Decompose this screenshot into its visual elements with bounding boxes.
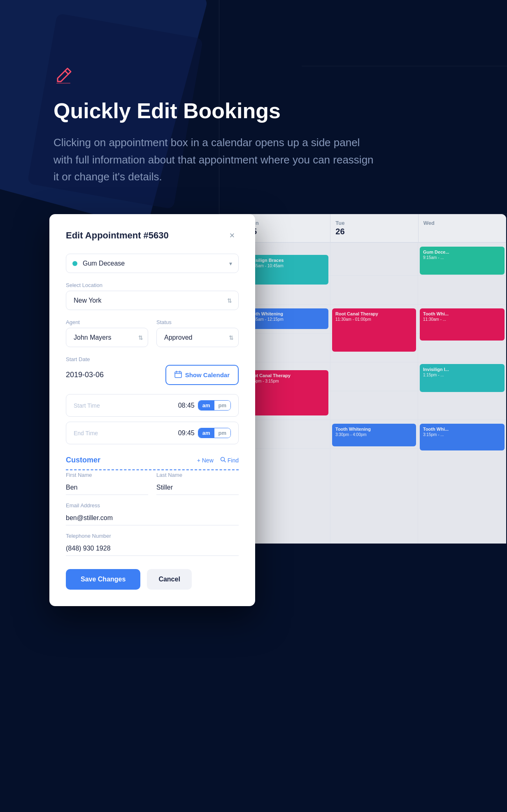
find-icon: [220, 457, 226, 464]
save-changes-button[interactable]: Save Changes: [66, 569, 140, 590]
phone-group: Telephone Number: [66, 533, 239, 556]
show-calendar-label: Show Calendar: [185, 371, 230, 378]
event-tooth-whitening-1[interactable]: Tooth Whitening 11:45am - 12:15pm: [244, 308, 328, 329]
end-pm-button[interactable]: pm: [214, 428, 231, 438]
event-invisilign-2[interactable]: Invisilign I... 1:15pm - ...: [420, 364, 505, 392]
event-tooth-whitening-4[interactable]: Tooth Whi... 3:15pm - ...: [420, 424, 505, 450]
edit-appointment-modal: Edit Appointment #5630 × Gum Decease ▾ S…: [49, 214, 255, 606]
event-tooth-whitening-3[interactable]: Tooth Whi... 11:30am - ...: [420, 308, 505, 341]
cal-header-tue: Tue 26: [330, 214, 418, 242]
close-button[interactable]: ×: [226, 229, 239, 242]
modal-title: Edit Appointment #5630: [66, 230, 169, 241]
agent-status-row: Agent John Mayers ⇅ Status Approved ⇅: [66, 319, 239, 347]
start-ampm-toggle: am pm: [198, 400, 231, 411]
start-date-value: 2019-03-06: [66, 371, 157, 379]
bottom-dark-area: [0, 647, 507, 812]
agent-select-wrap: John Mayers ⇅: [66, 328, 148, 347]
date-row: 2019-03-06 Show Calendar: [66, 365, 239, 385]
event-root-canal-1[interactable]: Root Canal Therapy 1:45pm - 3:15pm: [244, 370, 328, 415]
find-label: Find: [228, 457, 239, 464]
start-time-field: Start Time 08:45 am pm: [66, 394, 239, 417]
name-row: First Name Last Name: [66, 472, 239, 502]
hero-title: Quickly Edit Bookings: [53, 99, 454, 123]
service-select[interactable]: Gum Decease: [66, 254, 239, 273]
status-col: Status Approved ⇅: [156, 319, 239, 347]
cancel-button[interactable]: Cancel: [147, 569, 191, 590]
hero-description: Clicking on appointment box in a calenda…: [53, 134, 374, 186]
end-am-button[interactable]: am: [198, 428, 214, 438]
calendar-icon: [174, 371, 182, 379]
cal-header-wed: Wed: [419, 214, 506, 242]
event-tooth-whitening-2[interactable]: Tooth Whitening 3:30pm - 4:00pm: [332, 424, 416, 446]
phone-label: Telephone Number: [66, 533, 239, 539]
email-group: Email Address: [66, 502, 239, 525]
last-name-input[interactable]: [156, 481, 239, 495]
agent-col: Agent John Mayers ⇅: [66, 319, 148, 347]
start-time-value: 08:45: [178, 402, 195, 409]
hero-icon: [53, 66, 454, 89]
email-input[interactable]: [66, 511, 239, 525]
start-time-right: 08:45 am pm: [178, 400, 231, 411]
service-select-wrap: Gum Decease ▾: [66, 254, 239, 273]
end-time-right: 09:45 am pm: [178, 428, 231, 438]
end-time-field: End Time 09:45 am pm: [66, 422, 239, 444]
customer-section-title: Customer: [66, 456, 100, 464]
show-calendar-button[interactable]: Show Calendar: [165, 365, 239, 385]
new-customer-button[interactable]: + New: [197, 457, 214, 464]
start-date-group: Start Date 2019-03-06 Show Calendar: [66, 356, 239, 385]
customer-actions: + New Find: [197, 457, 239, 464]
start-pm-button[interactable]: pm: [214, 401, 231, 410]
find-customer-button[interactable]: Find: [220, 457, 239, 464]
hero-section: Quickly Edit Bookings Clicking on appoin…: [0, 0, 507, 210]
first-name-input[interactable]: [66, 481, 148, 495]
svg-rect-0: [175, 372, 181, 378]
event-gum-decease[interactable]: Gum Dece... 9:15am - ...: [420, 247, 505, 275]
event-invisilign-braces[interactable]: Invisilign Braces 09:45am - 10:45am: [244, 255, 328, 285]
modal-container: Edit Appointment #5630 × Gum Decease ▾ S…: [49, 214, 255, 606]
location-group: Select Location New York ⇅: [66, 282, 239, 310]
first-name-group: First Name: [66, 472, 148, 495]
cal-header-mon: Mon 25: [243, 214, 330, 242]
start-date-label: Start Date: [66, 356, 239, 362]
event-root-canal-2[interactable]: Root Canal Therapy 11:30am - 01:00pm: [332, 308, 416, 352]
customer-header: Customer + New Find: [66, 456, 239, 470]
agent-label: Agent: [66, 319, 148, 325]
modal-footer: Save Changes Cancel: [66, 569, 239, 590]
end-time-label: End Time: [74, 430, 98, 436]
last-name-group: Last Name: [156, 472, 239, 495]
status-select-wrap: Approved ⇅: [156, 328, 239, 347]
email-label: Email Address: [66, 502, 239, 509]
status-label: Status: [156, 319, 239, 325]
end-ampm-toggle: am pm: [198, 428, 231, 438]
location-select[interactable]: New York: [66, 291, 239, 310]
location-wrap: New York ⇅: [66, 291, 239, 310]
last-name-label: Last Name: [156, 472, 239, 478]
phone-input[interactable]: [66, 541, 239, 556]
end-time-value: 09:45: [178, 429, 195, 437]
start-am-button[interactable]: am: [198, 401, 214, 410]
agent-select[interactable]: John Mayers: [66, 328, 148, 347]
status-select[interactable]: Approved: [156, 328, 239, 347]
start-time-label: Start Time: [74, 402, 100, 409]
location-label: Select Location: [66, 282, 239, 288]
first-name-label: First Name: [66, 472, 148, 478]
modal-header: Edit Appointment #5630 ×: [66, 229, 239, 242]
service-dot: [72, 261, 77, 266]
